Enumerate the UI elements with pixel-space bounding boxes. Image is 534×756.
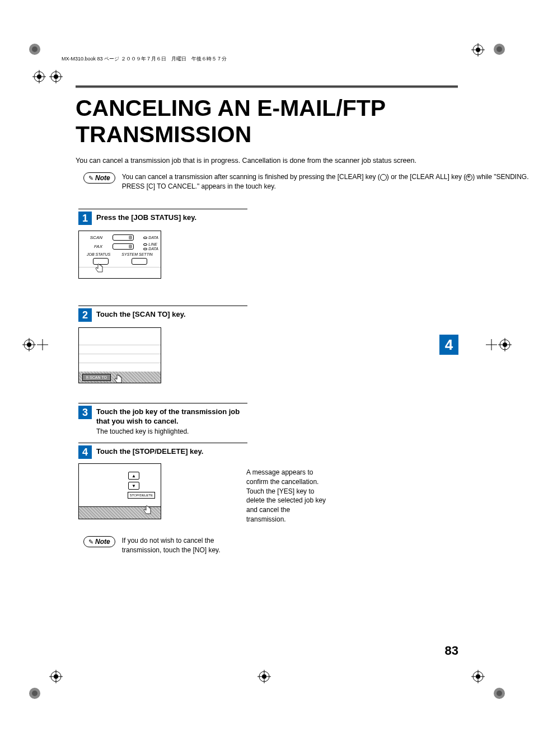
register-mark-bc xyxy=(257,670,271,683)
register-mark-br xyxy=(471,670,485,683)
touchscreen-illustration-2: ⎘ SCAN TO xyxy=(78,327,161,383)
hand-pointer-icon xyxy=(114,374,124,384)
svg-point-43 xyxy=(476,674,480,679)
step-number-4: 4 xyxy=(78,445,92,459)
step-2: 2 Touch the [SCAN TO] key. ⎘ SCAN TO xyxy=(78,306,252,383)
step-3-title: Touch the job key of the transmission jo… xyxy=(96,406,252,426)
system-settings-button xyxy=(132,258,147,265)
step-1: 1 Press the [JOB STATUS] key. SCAN DATA … xyxy=(78,209,252,279)
note-label: Note xyxy=(95,538,110,546)
down-arrow-button: ▼ xyxy=(128,482,139,490)
scan-to-button: ⎘ SCAN TO xyxy=(82,374,111,381)
crop-mark-tr xyxy=(493,43,506,56)
note-content-2: If you do not wish to cancel the transmi… xyxy=(122,536,251,555)
register-mark-tl xyxy=(32,70,46,83)
touchscreen-illustration-4: ▲ ▼ STOP/DELETE xyxy=(78,463,161,519)
svg-point-5 xyxy=(32,691,38,696)
clear-key-icon xyxy=(380,174,387,181)
note-box-1: ✎ Note You can cancel a transmission aft… xyxy=(83,172,534,191)
svg-point-19 xyxy=(476,48,480,52)
step-3-body: The touched key is highlighted. xyxy=(96,428,252,435)
hand-pointer-icon xyxy=(143,505,153,515)
up-arrow-button: ▲ xyxy=(128,472,139,480)
chapter-tab: 4 xyxy=(439,335,458,355)
pencil-icon: ✎ xyxy=(88,175,93,182)
crop-mark-tl xyxy=(28,43,41,56)
svg-point-3 xyxy=(496,46,502,52)
device-panel-illustration: SCAN DATA FAX LINE DATA JOB STATUS SYSTE… xyxy=(78,231,161,279)
step-number-3: 3 xyxy=(78,406,92,419)
svg-point-1 xyxy=(32,46,38,52)
svg-point-39 xyxy=(262,674,266,679)
scan-slot xyxy=(113,234,134,241)
register-mark-ml xyxy=(22,338,48,351)
step-number-2: 2 xyxy=(78,308,92,322)
note-box-2: ✎ Note If you do not wish to cancel the … xyxy=(83,536,251,555)
step-4-title: Touch the [STOP/DELETE] key. xyxy=(96,445,203,457)
note-badge: ✎ Note xyxy=(83,172,115,184)
note-label: Note xyxy=(95,174,110,182)
step-1-title: Press the [JOB STATUS] key. xyxy=(96,212,196,223)
svg-point-31 xyxy=(503,342,507,347)
step-2-title: Touch the [SCAN TO] key. xyxy=(96,308,186,320)
step-4: 4 Touch the [STOP/DELETE] key. ▲ ▼ STOP/… xyxy=(78,443,252,519)
stop-delete-button: STOP/DELETE xyxy=(128,492,155,499)
page-title: CANCELING AN E-MAIL/FTP TRANSMISSION xyxy=(76,95,534,148)
step-4-text: A message appears to confirm the cancell… xyxy=(246,468,329,524)
note-badge: ✎ Note xyxy=(83,536,115,547)
intro-paragraph: You can cancel a transmission job that i… xyxy=(76,157,458,165)
register-mark-tl2 xyxy=(49,70,63,83)
pencil-icon: ✎ xyxy=(88,538,93,546)
note-content-1: You can cancel a transmission after scan… xyxy=(122,172,534,191)
svg-point-7 xyxy=(496,691,502,696)
fax-slot xyxy=(113,243,134,250)
page-number: 83 xyxy=(445,644,458,658)
crop-mark-bl xyxy=(28,687,41,700)
svg-point-23 xyxy=(27,342,31,347)
clear-all-key-icon xyxy=(466,174,472,181)
svg-point-11 xyxy=(37,74,41,79)
title-rule xyxy=(76,86,458,88)
hand-pointer-icon xyxy=(95,263,105,273)
register-mark-mr xyxy=(486,338,512,351)
print-header: MX-M310.book 83 ページ ２００９年７月６日 月曜日 午後６時５７… xyxy=(62,55,227,63)
step-number-1: 1 xyxy=(78,212,92,225)
register-mark-tr xyxy=(471,43,485,57)
crop-mark-br xyxy=(493,687,506,700)
svg-point-35 xyxy=(54,674,58,679)
register-mark-bl xyxy=(49,670,63,683)
scan-icon: ⎘ xyxy=(86,375,88,379)
svg-point-15 xyxy=(54,74,58,79)
step-3: 3 Touch the job key of the transmission … xyxy=(78,403,252,435)
